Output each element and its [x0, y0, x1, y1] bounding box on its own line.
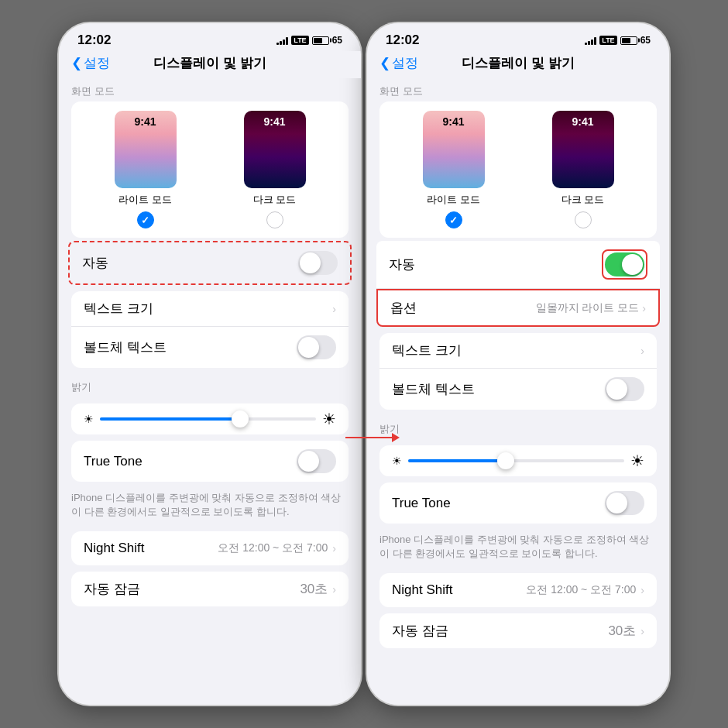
light-thumb-right: 9:41 — [423, 111, 485, 188]
auto-toggle-highlight-right — [602, 249, 647, 280]
night-shift-chevron-right: › — [640, 584, 644, 596]
content-right: 화면 모드 9:41 라이트 모드 9:41 다크 모 — [367, 78, 669, 705]
dark-radio-left[interactable] — [266, 211, 283, 228]
battery-pct-right: 65 — [640, 35, 651, 46]
left-phone: 12:02 LTE 65 ❮ 설정 디스플레이 및 밝기 — [59, 23, 361, 705]
true-tone-row-right: True Tone — [379, 482, 657, 524]
auto-lock-row-right[interactable]: 자동 잠금 30초 › — [379, 613, 657, 648]
night-shift-label-left: Night Shift — [84, 541, 144, 556]
auto-highlight-left: 자동 — [68, 241, 352, 285]
bold-text-label-left: 볼드체 텍스트 — [84, 338, 167, 356]
night-shift-chevron-left: › — [332, 542, 336, 555]
auto-toggle-left[interactable] — [298, 251, 338, 275]
nav-bar-right: ❮ 설정 디스플레이 및 밝기 — [367, 51, 669, 78]
text-size-label-left: 텍스트 크기 — [84, 300, 153, 318]
night-shift-group-right: Night Shift 오전 12:00 ~ 오전 7:00 › — [379, 573, 657, 607]
true-tone-knob-left — [298, 451, 319, 472]
options-highlight-right: 옵션 일몰까지 라이트 모드 › — [376, 289, 660, 327]
night-shift-value-right: 오전 12:00 ~ 오전 7:00 — [526, 583, 636, 597]
mode-container-left: 9:41 라이트 모드 9:41 다크 모드 — [71, 101, 349, 238]
status-icons-right: LTE 65 — [585, 35, 651, 46]
nav-bar-left: ❮ 설정 디스플레이 및 밝기 — [59, 51, 361, 78]
auto-toggle-knob-left — [300, 252, 321, 273]
auto-label-right: 자동 — [389, 256, 415, 273]
section-mode-label-right: 화면 모드 — [367, 78, 669, 101]
true-tone-desc-left: iPhone 디스플레이를 주변광에 맞춰 자동으로 조정하여 색상이 다른 환… — [59, 488, 361, 525]
options-row-right[interactable]: 옵션 일몰까지 라이트 모드 › — [378, 290, 658, 325]
status-bar-right: 12:02 LTE 65 — [367, 23, 669, 51]
auto-lock-chevron-left: › — [332, 583, 336, 596]
text-settings-group-right: 텍스트 크기 › 볼드체 텍스트 — [379, 333, 657, 410]
auto-lock-value-left: 30초 — [300, 580, 328, 598]
battery-pct-left: 65 — [332, 35, 342, 46]
auto-lock-value-right: 30초 — [608, 622, 636, 640]
options-chevron-right: › — [642, 302, 646, 314]
back-button-left[interactable]: ❮ 설정 — [71, 54, 110, 72]
brightness-row-left: ☀ ☀ — [71, 403, 349, 434]
light-thumb-left: 9:41 — [115, 111, 177, 188]
back-label-left: 설정 — [84, 54, 110, 72]
status-time-right: 12:02 — [386, 33, 419, 48]
mode-dark-right[interactable]: 9:41 다크 모드 — [552, 111, 614, 228]
night-shift-group-left: Night Shift 오전 12:00 ~ 오전 7:00 › — [71, 531, 349, 565]
mode-dark-left[interactable]: 9:41 다크 모드 — [244, 111, 306, 228]
true-tone-desc-right: iPhone 디스플레이를 주변광에 맞춰 자동으로 조정하여 색상이 다른 환… — [367, 530, 669, 567]
night-shift-row-right[interactable]: Night Shift 오전 12:00 ~ 오전 7:00 › — [379, 573, 657, 607]
bold-toggle-knob-left — [298, 337, 319, 358]
bold-toggle-left[interactable] — [297, 335, 336, 359]
back-button-right[interactable]: ❮ 설정 — [379, 54, 418, 72]
brightness-slider-left[interactable] — [100, 417, 316, 421]
sun-large-icon-right: ☀ — [630, 452, 644, 470]
dark-radio-right[interactable] — [575, 211, 592, 228]
back-label-right: 설정 — [392, 54, 418, 72]
dark-label-left: 다크 모드 — [253, 193, 297, 207]
night-shift-value-left: 오전 12:00 ~ 오전 7:00 — [218, 541, 328, 555]
bold-text-row-right: 볼드체 텍스트 — [379, 369, 657, 410]
true-tone-group-left: True Tone — [71, 441, 349, 482]
back-chevron-left: ❮ — [71, 55, 82, 71]
true-tone-toggle-left[interactable] — [297, 449, 336, 473]
mode-container-right: 9:41 라이트 모드 9:41 다크 모드 — [379, 101, 657, 238]
light-radio-right[interactable] — [445, 211, 462, 228]
signal-icon-right — [585, 36, 596, 45]
right-phone: 12:02 LTE 65 ❮ 설정 디스플레이 및 밝기 — [367, 23, 669, 705]
mode-light-left[interactable]: 9:41 라이트 모드 — [115, 111, 177, 228]
options-value-text: 일몰까지 라이트 모드 — [536, 301, 640, 315]
light-radio-left[interactable] — [137, 211, 154, 228]
auto-toggle-right[interactable] — [605, 252, 644, 276]
night-shift-label-right: Night Shift — [392, 582, 452, 598]
true-tone-row-left: True Tone — [71, 441, 349, 482]
text-size-row-left[interactable]: 텍스트 크기 › — [71, 291, 349, 327]
options-label-right: 옵션 — [390, 299, 417, 317]
true-tone-label-right: True Tone — [392, 496, 451, 511]
auto-lock-group-right: 자동 잠금 30초 › — [379, 613, 657, 648]
auto-lock-label-right: 자동 잠금 — [392, 622, 448, 640]
brightness-label-left: 밝기 — [59, 374, 361, 397]
section-mode-label-left: 화면 모드 — [59, 78, 361, 101]
brightness-label-right: 밝기 — [367, 416, 669, 439]
auto-row-right: 자동 — [376, 241, 660, 289]
sun-large-icon-left: ☀ — [322, 410, 336, 428]
night-shift-row-left[interactable]: Night Shift 오전 12:00 ~ 오전 7:00 › — [71, 531, 349, 565]
auto-lock-group-left: 자동 잠금 30초 › — [71, 572, 349, 606]
auto-container-right: 자동 옵션 일몰까지 라이트 모드 › — [376, 241, 660, 327]
auto-lock-chevron-right: › — [640, 625, 644, 637]
bold-toggle-knob-right — [606, 379, 627, 400]
brightness-group-right: ☀ ☀ — [379, 445, 657, 476]
auto-toggle-knob-right — [622, 254, 643, 275]
brightness-slider-right[interactable] — [408, 459, 624, 462]
brightness-row-right: ☀ ☀ — [379, 445, 657, 476]
arrow-line — [345, 437, 392, 438]
auto-lock-row-left[interactable]: 자동 잠금 30초 › — [71, 572, 349, 606]
text-size-row-right[interactable]: 텍스트 크기 › — [379, 333, 657, 369]
lte-badge-left: LTE — [291, 36, 308, 45]
mode-options-left: 9:41 라이트 모드 9:41 다크 모드 — [81, 111, 339, 228]
text-settings-group-left: 텍스트 크기 › 볼드체 텍스트 — [71, 291, 349, 368]
mode-light-right[interactable]: 9:41 라이트 모드 — [423, 111, 485, 228]
light-label-right: 라이트 모드 — [427, 193, 480, 207]
arrow-indicator — [345, 426, 407, 449]
text-size-chevron-left: › — [332, 303, 336, 315]
bold-toggle-right[interactable] — [605, 377, 644, 401]
text-size-chevron-right: › — [640, 345, 644, 357]
true-tone-toggle-right[interactable] — [605, 491, 644, 515]
